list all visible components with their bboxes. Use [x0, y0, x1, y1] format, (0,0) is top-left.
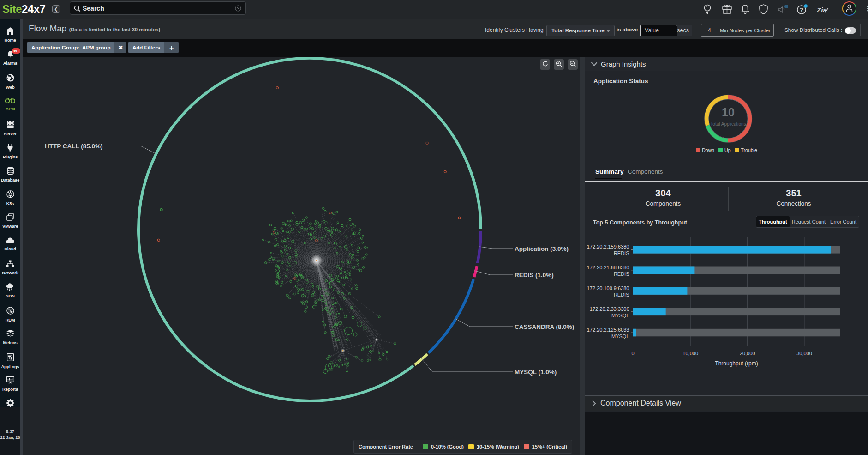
svg-text:172.20.100.9:6380: 172.20.100.9:6380 — [587, 285, 629, 291]
svg-text:HTTP CALL (85.0%): HTTP CALL (85.0%) — [45, 143, 103, 150]
svg-text:CASSANDRA (8.0%): CASSANDRA (8.0%) — [515, 323, 574, 330]
svg-text:172.20.2.125:6033: 172.20.2.125:6033 — [587, 327, 629, 333]
svg-text:172.20.21.68:6380: 172.20.21.68:6380 — [587, 265, 629, 270]
svg-text:MYSQL: MYSQL — [611, 334, 629, 339]
svg-text:10: 10 — [722, 106, 735, 119]
svg-text:Zia: Zia — [816, 6, 827, 14]
svg-text:MYSQL (1.0%): MYSQL (1.0%) — [515, 369, 557, 376]
svg-text:Throughput (rpm): Throughput (rpm) — [715, 360, 758, 367]
svg-text:Total Applications: Total Applications — [710, 121, 746, 127]
svg-text:REDIS (1.0%): REDIS (1.0%) — [515, 272, 554, 279]
svg-text:Application (3.0%): Application (3.0%) — [515, 245, 569, 252]
svg-text:REDIS: REDIS — [614, 271, 629, 277]
svg-text:?: ? — [800, 6, 803, 13]
svg-text:10,000: 10,000 — [682, 351, 698, 356]
svg-text:20,000: 20,000 — [740, 351, 755, 356]
svg-text:172.20.2.33:3306: 172.20.2.33:3306 — [590, 306, 629, 312]
svg-text:REDIS: REDIS — [614, 250, 629, 256]
svg-text:REDIS: REDIS — [614, 292, 629, 297]
svg-text:MYSQL: MYSQL — [611, 313, 629, 318]
svg-text:172.20.2.159:6380: 172.20.2.159:6380 — [587, 244, 629, 249]
svg-text:0: 0 — [631, 351, 634, 356]
svg-text:30,000: 30,000 — [796, 351, 812, 356]
